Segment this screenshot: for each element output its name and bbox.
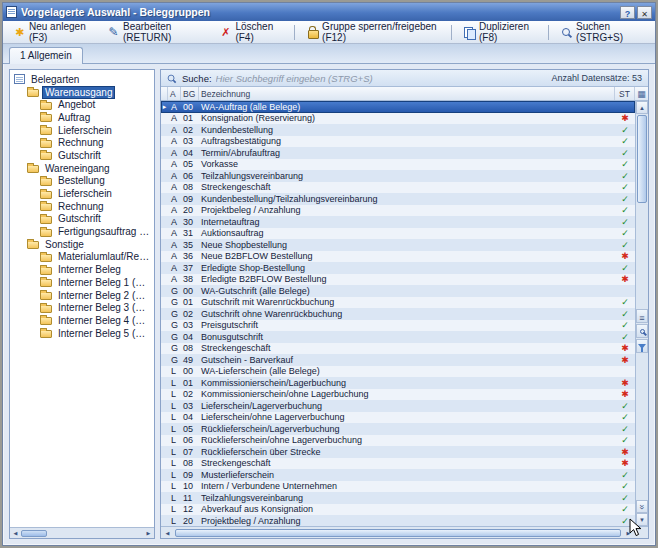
grid-horizontal-scrollbar[interactable] — [161, 526, 648, 538]
scroll-right-icon[interactable] — [143, 528, 154, 539]
tree-item[interactable]: Gutschrift — [11, 213, 153, 226]
tree-item[interactable]: Interner Beleg 3 (PPS) — [11, 301, 153, 314]
table-row[interactable]: G03Preisgutschrift✓ — [161, 320, 635, 332]
table-row[interactable]: L00WA-Lieferschein (alle Belege) — [161, 366, 635, 378]
tree-item[interactable]: Lieferschein — [11, 124, 153, 137]
scroll-left-icon[interactable] — [161, 527, 174, 538]
table-row[interactable]: A01Konsignation (Reservierung)✱ — [161, 113, 635, 125]
column-header-bg[interactable]: BG — [181, 87, 199, 100]
table-row[interactable]: L07Rücklieferschein über Strecke✱ — [161, 446, 635, 458]
cell-type: G — [168, 355, 181, 365]
tree-item-label: Interner Beleg — [55, 263, 124, 276]
filter-button[interactable] — [636, 339, 648, 353]
table-row[interactable]: G00WA-Gutschrift (alle Belege) — [161, 285, 635, 297]
tab-allgemein[interactable]: 1 Allgemein — [9, 47, 83, 64]
tree-item[interactable]: Gutschrift — [11, 149, 153, 162]
tree-horizontal-scrollbar[interactable] — [10, 527, 154, 538]
close-button[interactable] — [637, 6, 652, 19]
table-row[interactable]: L11Teilzahlungsvereinbarung✓ — [161, 492, 635, 504]
tree-item[interactable]: Belegarten — [11, 73, 153, 86]
table-row[interactable]: A06Teilzahlungsvereinbarung✓ — [161, 170, 635, 182]
table-row[interactable]: A08Streckengeschäft✓ — [161, 182, 635, 194]
table-row[interactable]: L04Lieferschein/ohne Lagerverbuchung✓ — [161, 412, 635, 424]
tree-item[interactable]: Interner Beleg 1 (PPS) — [11, 276, 153, 289]
column-header-a[interactable]: A — [168, 87, 181, 100]
table-row[interactable]: A36Neue B2BFLOW Bestellung✱ — [161, 251, 635, 263]
table-row[interactable]: A02Kundenbestellung✓ — [161, 124, 635, 136]
cell-name: Gutschrift ohne Warenrückbuchung — [199, 309, 615, 319]
tree-item[interactable]: Interner Beleg 2 (PPS) — [11, 289, 153, 302]
tree-item[interactable]: Lieferschein — [11, 187, 153, 200]
tree-item[interactable]: Bestellung — [11, 175, 153, 188]
tree-item[interactable]: Sonstige — [11, 238, 153, 251]
vertical-scrollbar[interactable] — [635, 101, 648, 526]
cell-group: 03 — [181, 136, 199, 146]
scroll-up-icon[interactable] — [636, 101, 648, 114]
scrollbar-thumb[interactable] — [637, 115, 647, 203]
table-row[interactable]: G02Gutschrift ohne Warenrückbuchung✓ — [161, 308, 635, 320]
tree-item[interactable]: Rechnung — [11, 136, 153, 149]
new-button[interactable]: Neu anlegen (F3) — [7, 18, 99, 46]
cell-group: 20 — [181, 205, 199, 215]
table-row[interactable]: A20Projektbeleg / Anzahlung✓ — [161, 205, 635, 217]
table-row[interactable]: L10Intern / Verbundene Unternehmen✓ — [161, 481, 635, 493]
edit-button[interactable]: Bearbeiten (RETURN) — [101, 18, 211, 46]
search-input[interactable]: Hier Suchbegriff eingeben (STRG+S) — [216, 73, 548, 84]
table-row[interactable]: L09Musterlieferschein✓ — [161, 469, 635, 481]
table-row[interactable]: L12Abverkauf aus Konsignation✓ — [161, 504, 635, 516]
tree-item[interactable]: Interner Beleg 4 (PPS) — [11, 314, 153, 327]
table-row[interactable]: A04Termin/Abrufauftrag✓ — [161, 147, 635, 159]
table-row[interactable]: L01Kommissionierschein/Lagerbuchung✱ — [161, 377, 635, 389]
search-button[interactable]: Suchen (STRG+S) — [554, 18, 651, 46]
table-row[interactable]: L06Rücklieferschein/ohne Lagerverbuchung… — [161, 435, 635, 447]
table-row[interactable]: A37Erledigte Shop-Bestellung✓ — [161, 262, 635, 274]
table-row[interactable]: G04Bonusgutschrift✓ — [161, 331, 635, 343]
hscrollbar-thumb[interactable] — [175, 529, 621, 537]
table-row[interactable]: A00WA-Auftrag (alle Belege) — [161, 101, 635, 113]
duplicate-button[interactable]: Duplizieren (F8) — [457, 18, 543, 46]
table-row[interactable]: A30Internetauftrag✓ — [161, 216, 635, 228]
tree-scrollbar-thumb[interactable] — [21, 530, 47, 537]
tree-item[interactable]: Wareneingang — [11, 162, 153, 175]
toolbar-button-label: Gruppe sperren/freigeben (F12) — [322, 21, 440, 43]
tree-item[interactable]: Interner Beleg — [11, 263, 153, 276]
tree-item[interactable]: Fertigungsauftrag (PPS) — [11, 225, 153, 238]
status-blocked-icon: ✱ — [615, 389, 635, 399]
cell-group: 30 — [181, 217, 199, 227]
table-row[interactable]: L02Kommissionierschein/ohne Lagerbuchung… — [161, 389, 635, 401]
table-row[interactable]: A38Erledigte B2BFLOW Bestellung✱ — [161, 274, 635, 286]
table-row[interactable]: L08Streckengeschäft✱ — [161, 458, 635, 470]
page-down-button[interactable] — [636, 500, 648, 513]
list-view-button[interactable] — [636, 309, 648, 323]
scroll-right-icon[interactable] — [622, 527, 635, 538]
tree-item[interactable]: Rechnung — [11, 200, 153, 213]
table-row[interactable]: A05Vorkasse✓ — [161, 159, 635, 171]
cell-group: 36 — [181, 251, 199, 261]
scroll-down-icon[interactable] — [636, 513, 648, 526]
table-row[interactable]: L05Rücklieferschein/Lagerverbuchung✓ — [161, 423, 635, 435]
table-row[interactable]: L03Lieferschein/Lagerverbuchung✓ — [161, 400, 635, 412]
tree-item[interactable]: Auftrag — [11, 111, 153, 124]
delete-button[interactable]: Löschen (F4) — [213, 18, 289, 46]
scroll-left-icon[interactable] — [10, 528, 21, 539]
table-row[interactable]: A31Auktionsauftrag✓ — [161, 228, 635, 240]
table-row[interactable]: L20Projektbeleg / Anzahlung✓ — [161, 515, 635, 526]
table-row[interactable]: G49Gutschein - Barverkauf✱ — [161, 354, 635, 366]
table-row[interactable]: A09Kundenbestellung/Teilzahlungsvereinba… — [161, 193, 635, 205]
tree-item[interactable]: Interner Beleg 5 (PPS) — [11, 327, 153, 340]
cell-group: 05 — [181, 424, 199, 434]
document-type-tree: BelegartenWarenausgangAngebotAuftragLief… — [10, 70, 154, 527]
table-row[interactable]: G08Streckengeschäft✱ — [161, 343, 635, 355]
lock-group-button[interactable]: Gruppe sperren/freigeben (F12) — [300, 18, 446, 46]
tree-item[interactable]: Materialumlauf/Reparatur — [11, 251, 153, 264]
tree-item[interactable]: Warenausgang — [11, 86, 153, 99]
table-row[interactable]: A35Neue Shopbestellung✓ — [161, 239, 635, 251]
tree-item[interactable]: Angebot — [11, 98, 153, 111]
quick-search-button[interactable] — [636, 324, 648, 338]
column-chooser-button[interactable] — [635, 87, 648, 100]
column-header-st[interactable]: ST — [615, 87, 635, 100]
column-header-bezeichnung[interactable]: Bezeichnung — [199, 87, 615, 100]
help-button[interactable] — [620, 6, 635, 19]
table-row[interactable]: G01Gutschrift mit Warenrückbuchung✓ — [161, 297, 635, 309]
table-row[interactable]: A03Auftragsbestätigung✓ — [161, 136, 635, 148]
